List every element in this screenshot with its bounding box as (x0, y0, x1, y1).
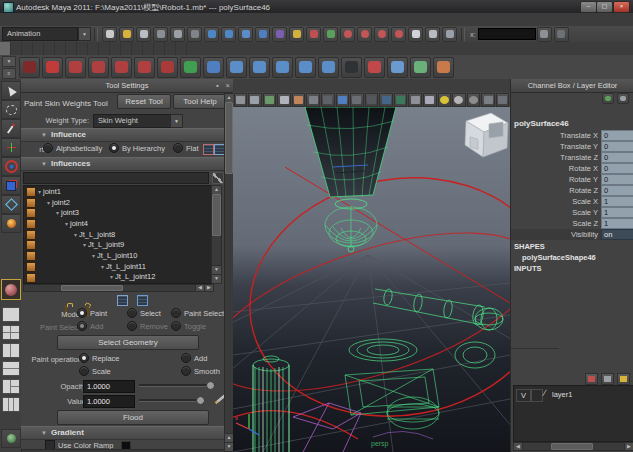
layer-hscroll-right-icon[interactable]: ▶ (624, 442, 633, 451)
shelf-icon[interactable] (180, 57, 201, 78)
sort-alphabetically-radio[interactable]: Alphabetically (43, 143, 102, 153)
shelf-icon[interactable] (111, 57, 132, 78)
paint-op-replace-radio[interactable]: Replace (79, 353, 120, 363)
status-icon[interactable] (306, 27, 321, 42)
value-slider[interactable] (139, 394, 205, 406)
select-geometry-button[interactable]: Select Geometry (57, 335, 199, 350)
influence-row[interactable]: ▾ Jt_L_joint12 (24, 272, 212, 283)
status-icon[interactable] (102, 27, 117, 42)
shelf-tab[interactable] (176, 42, 187, 55)
shape-node[interactable]: polySurfaceShape46 (522, 252, 596, 263)
hscroll-right-icon[interactable]: ▶ (204, 284, 214, 292)
layer-icon[interactable] (617, 373, 630, 385)
panel-close-icon[interactable]: × (226, 79, 230, 92)
title-bar[interactable]: Autodesk Maya 2011: F:\Maya2011\模型\Robot… (0, 0, 633, 14)
sort-influences-icon[interactable] (117, 295, 128, 306)
shelf-icon[interactable] (226, 57, 247, 78)
minimize-button[interactable]: – (580, 1, 597, 13)
status-icon[interactable] (357, 27, 372, 42)
sort-by-hierarchy-radio[interactable]: By Hierarchy (109, 143, 165, 153)
shelf-icon[interactable] (203, 57, 224, 78)
influence-row[interactable]: ▾ Jt_L_joint8 (24, 229, 212, 240)
viewport-toolbar-icon[interactable] (379, 93, 393, 107)
expander-icon[interactable]: ▾ (101, 263, 104, 270)
shelf-icon[interactable] (433, 57, 454, 78)
status-icon[interactable] (425, 27, 440, 42)
channel-attribute-row[interactable]: Translate X 0 (511, 130, 633, 141)
status-icon[interactable] (323, 27, 338, 42)
opacity-field[interactable]: 1.0000 (83, 380, 135, 393)
sort-flat-radio[interactable]: Flat (173, 143, 199, 153)
four-pane-layout-button[interactable] (2, 325, 20, 340)
shelf-tab[interactable] (0, 42, 11, 55)
status-icon[interactable] (391, 27, 406, 42)
viewport-toolbar-icon[interactable] (408, 93, 422, 107)
shelf-icon[interactable] (318, 57, 339, 78)
layer-icon[interactable] (585, 373, 598, 385)
influence-filter-input[interactable] (23, 172, 209, 184)
status-icon[interactable] (136, 27, 151, 42)
attribute-value[interactable]: 1 (601, 218, 633, 229)
attribute-value[interactable]: on (601, 229, 633, 240)
shelf-icon[interactable] (88, 57, 109, 78)
status-icon[interactable] (170, 27, 185, 42)
mode-select-radio[interactable]: Select (127, 308, 161, 318)
status-icon[interactable] (289, 27, 304, 42)
shelf-tab[interactable] (110, 42, 121, 55)
filter-wrench-icon[interactable] (212, 172, 224, 184)
single-pane-layout-button[interactable] (2, 307, 20, 322)
viewport-toolbar-icon[interactable] (263, 93, 277, 107)
viewport-toolbar-icon[interactable] (248, 93, 262, 107)
status-separator[interactable] (94, 28, 98, 41)
influence-row[interactable]: ▾ joint3 (24, 207, 212, 218)
paint-select-tool-icon[interactable] (1, 119, 21, 138)
flood-button[interactable]: Flood (57, 410, 209, 425)
two-pane-stacked-layout-button[interactable] (2, 361, 20, 376)
two-pane-side-layout-button[interactable] (2, 343, 20, 358)
layer-color-swatch[interactable]: ∕ (544, 388, 546, 398)
maximize-button[interactable]: ▢ (596, 1, 613, 13)
shelf-menu-icon[interactable]: ≡ (2, 68, 16, 79)
influences-section-header[interactable]: ▼Influences (21, 157, 233, 171)
object-name[interactable]: polySurface46 (514, 118, 569, 129)
status-icon[interactable] (255, 27, 270, 42)
shelf-icon[interactable] (387, 57, 408, 78)
influence-row[interactable]: ▾ Jt_L_joint9 (24, 239, 212, 250)
show-manipulator-icon[interactable] (537, 27, 552, 42)
status-icon[interactable] (238, 27, 253, 42)
expander-icon[interactable]: ▾ (47, 199, 50, 206)
layer-editor-tab[interactable] (543, 348, 559, 349)
lasso-tool-icon[interactable] (1, 100, 21, 119)
shelf-tab[interactable] (11, 42, 22, 55)
close-button[interactable]: × (613, 1, 630, 13)
shelf-icon[interactable] (19, 57, 40, 78)
attribute-value[interactable]: 0 (601, 152, 633, 163)
shelf-tab[interactable] (132, 42, 143, 55)
expander-icon[interactable]: ▾ (65, 220, 68, 227)
shelf-icon[interactable] (295, 57, 316, 78)
shelf-tab[interactable] (165, 42, 176, 55)
channel-attribute-row[interactable]: Scale Z 1 (511, 218, 633, 229)
shelf-tab[interactable] (66, 42, 77, 55)
shelf-tab[interactable] (154, 42, 165, 55)
shelf-icon[interactable] (341, 57, 362, 78)
paint-op-smooth-radio[interactable]: Smooth (181, 366, 220, 376)
viewport-toolbar-icon[interactable] (336, 93, 350, 107)
viewport-toolbar-icon[interactable] (306, 93, 320, 107)
rotate-tool-icon[interactable] (1, 157, 21, 176)
channel-attribute-row[interactable]: Rotate X 0 (511, 163, 633, 174)
mode-paint-select-radio[interactable]: Paint Select (171, 308, 224, 318)
influence-row[interactable]: ▾ joint1 (24, 186, 212, 197)
sort-list-icon[interactable] (203, 144, 214, 155)
shelf-tab[interactable] (55, 42, 66, 55)
layer-name[interactable]: layer1 (552, 390, 572, 399)
expander-icon[interactable]: ▾ (92, 252, 95, 259)
paint-op-scale-radio[interactable]: Scale (79, 366, 111, 376)
status-separator[interactable] (461, 28, 465, 41)
three-pane-layout-button[interactable] (2, 379, 20, 394)
channelbox-icon[interactable] (602, 93, 614, 104)
universal-manipulator-icon[interactable] (1, 195, 21, 214)
pin-icon[interactable]: ▪ (216, 79, 219, 92)
reset-tool-button[interactable]: Reset Tool (117, 94, 171, 109)
scroll-down-icon[interactable]: ▼ (211, 274, 222, 284)
